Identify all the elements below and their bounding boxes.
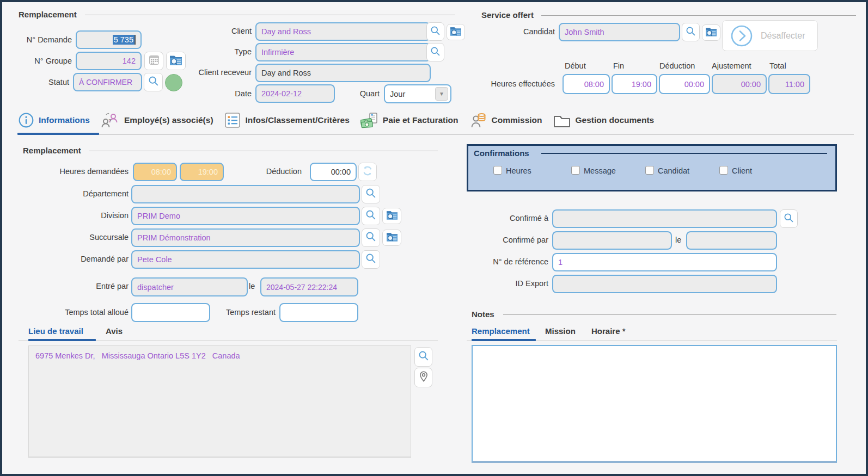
tab-informations-label: Informations — [39, 115, 90, 125]
client-folder-search-button[interactable] — [447, 24, 465, 40]
demande-par-search-button[interactable] — [362, 250, 380, 269]
heures-deduction-field[interactable]: 00:00 — [659, 74, 710, 94]
active-tab-underline — [17, 133, 99, 135]
checkbox-client[interactable] — [719, 166, 728, 175]
departement-field[interactable] — [131, 185, 360, 203]
heures-total-field[interactable]: 11:00 — [768, 74, 810, 94]
statut-field[interactable]: À CONFIRMER — [73, 73, 142, 91]
checkbox-message[interactable] — [571, 166, 580, 175]
entre-le-field[interactable]: 2024-05-27 22:22:24 — [260, 277, 358, 296]
notes-tab-horaire[interactable]: Horaire * — [591, 326, 626, 336]
client-search-button[interactable] — [426, 22, 444, 41]
info-icon — [19, 113, 34, 128]
tab-commission-label: Commission — [492, 115, 542, 125]
reference-field[interactable]: 1 — [552, 253, 777, 271]
division-label: Division — [35, 211, 129, 220]
date-field[interactable]: 2024-02-12 — [255, 84, 335, 103]
recalculate-button[interactable] — [358, 163, 377, 181]
groupe-calendar-button[interactable] — [144, 52, 163, 70]
col-ajustement-label: Ajustement — [712, 61, 751, 70]
group-title-remplacement-main: Remplacement — [23, 146, 81, 155]
succursale-search-button[interactable] — [362, 228, 380, 247]
type-label: Type — [182, 47, 252, 56]
candidat-search-button[interactable] — [682, 23, 700, 41]
tab-infos-classement-criteres[interactable]: Infos/Classement/Critères — [224, 112, 350, 128]
address-search-button[interactable] — [414, 347, 432, 367]
desaffecter-button[interactable]: Désaffecter — [722, 20, 818, 51]
search-icon — [365, 187, 377, 201]
svg-text:?: ? — [108, 118, 112, 123]
folder-search-icon — [169, 54, 182, 68]
confirme-par-field[interactable] — [552, 231, 672, 250]
heures-fin-field[interactable]: 19:00 — [612, 74, 657, 94]
subtab-lieu-de-travail[interactable]: Lieu de travail — [28, 326, 83, 336]
succursale-field[interactable]: PRIM Démonstration — [131, 228, 360, 247]
confirme-le-label: le — [675, 236, 683, 244]
departement-label: Département — [35, 189, 129, 198]
reference-label: N° de référence — [478, 257, 548, 266]
group-line — [541, 15, 856, 16]
money-invoice-icon — [360, 112, 378, 128]
candidat-folder-search-button[interactable] — [702, 24, 720, 41]
id-export-field[interactable] — [552, 275, 777, 293]
checkbox-message-label: Message — [584, 166, 616, 175]
notes-title: Notes — [472, 310, 494, 319]
division-search-button[interactable] — [362, 207, 380, 225]
departement-search-button[interactable] — [362, 185, 380, 203]
col-deduction-label: Déduction — [659, 61, 695, 70]
tab-gestion-documents[interactable]: Gestion documents — [553, 113, 655, 128]
heures-ajustement-field[interactable]: 00:00 — [712, 74, 767, 94]
folder-search-icon — [450, 26, 462, 39]
confirme-a-search-button[interactable] — [780, 209, 798, 228]
type-search-button[interactable] — [426, 43, 444, 61]
client-receveur-field[interactable]: Day and Ross — [255, 64, 431, 82]
candidat-label: Candidat — [490, 27, 555, 36]
checkbox-heures[interactable] — [493, 166, 502, 175]
notes-textarea[interactable] — [472, 345, 837, 463]
confirme-le-field[interactable] — [686, 231, 777, 250]
group-line — [85, 15, 455, 15]
checkbox-candidat-label: Candidat — [658, 166, 689, 175]
confirme-a-field[interactable] — [552, 209, 777, 228]
type-field[interactable]: Infirmière — [255, 43, 431, 61]
temps-total-alloue-field[interactable] — [131, 303, 210, 322]
heure-demandee-debut-field[interactable]: 08:00 — [133, 163, 177, 181]
demande-field[interactable]: 5 735 — [76, 30, 142, 49]
entre-par-field[interactable]: dispatcher — [131, 277, 248, 296]
statut-search-button[interactable] — [144, 73, 163, 91]
workplace-address-box[interactable] — [28, 345, 411, 458]
confirme-par-label: Confirmé par — [478, 236, 548, 244]
heure-demandee-fin-field[interactable]: 19:00 — [180, 163, 224, 181]
succursale-folder-search-button[interactable] — [382, 230, 401, 246]
client-field[interactable]: Day and Ross — [255, 22, 431, 41]
checkbox-candidat[interactable] — [645, 166, 654, 175]
groupe-field[interactable]: 142 — [76, 52, 142, 70]
tab-employes-label: Employé(s) associé(s) — [124, 115, 213, 125]
deduction-field[interactable]: 00:00 — [310, 163, 357, 181]
notes-active-underline — [472, 339, 536, 341]
quart-dropdown-arrow[interactable]: ▼ — [435, 87, 448, 101]
col-fin-label: Fin — [613, 61, 624, 70]
temps-restant-field[interactable] — [279, 303, 358, 322]
tab-paie-facturation[interactable]: Paie et Facturation — [360, 112, 459, 128]
date-label: Date — [182, 89, 252, 98]
tab-commission[interactable]: Commission — [469, 112, 542, 129]
tab-informations[interactable]: Informations — [19, 113, 90, 128]
tab-employes-associes[interactable]: ? Employé(s) associé(s) — [101, 112, 213, 129]
subtab-avis[interactable]: Avis — [106, 326, 123, 336]
heures-debut-field[interactable]: 08:00 — [563, 74, 610, 94]
notes-tab-mission[interactable]: Mission — [545, 326, 576, 336]
replacement-form-window: Remplacement N° Demande 5 735 N° Groupe … — [0, 0, 868, 476]
notes-tab-remplacement[interactable]: Remplacement — [472, 326, 530, 336]
confirmations-title: Confirmations — [474, 149, 529, 158]
division-folder-search-button[interactable] — [382, 208, 401, 224]
folder-search-icon — [705, 26, 717, 39]
candidat-field[interactable]: John Smith — [559, 23, 680, 41]
demande-par-field[interactable]: Pete Cole — [131, 250, 360, 269]
heures-effectuees-label: Heures effectuées — [473, 79, 555, 88]
group-line — [89, 151, 438, 151]
map-button[interactable] — [414, 368, 432, 387]
division-field[interactable]: PRIM Demo — [131, 207, 360, 225]
client-receveur-label: Client receveur — [182, 68, 252, 77]
circle-chevron-right-icon — [730, 24, 753, 47]
